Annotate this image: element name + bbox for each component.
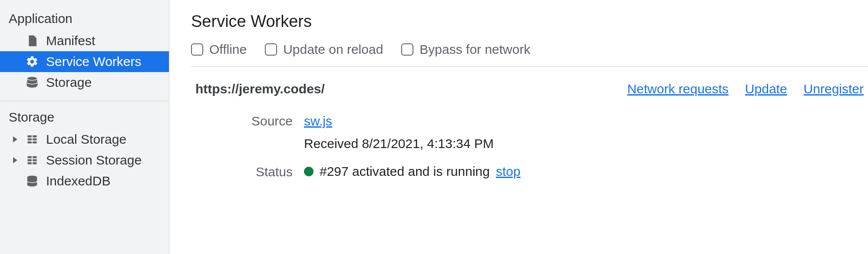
status-text: #297 activated and is running: [320, 164, 490, 179]
checkbox-box-icon: [191, 43, 203, 56]
sidebar-item-label: IndexedDB: [46, 174, 110, 188]
gear-icon: [25, 55, 39, 69]
origin-header: https://jeremy.codes/ Network requests U…: [191, 67, 868, 96]
offline-checkbox[interactable]: Offline: [191, 42, 247, 57]
sidebar-item-manifest[interactable]: Manifest: [0, 30, 169, 51]
checkbox-box-icon: [401, 43, 413, 56]
page-title: Service Workers: [191, 12, 868, 31]
options-row: Offline Update on reload Bypass for netw…: [191, 42, 868, 67]
received-text: Received 8/21/2021, 4:13:34 PM: [304, 136, 868, 151]
source-label: Source: [191, 114, 304, 129]
checkbox-label: Update on reload: [283, 42, 383, 57]
status-dot-icon: [304, 167, 314, 176]
checkbox-label: Offline: [209, 42, 247, 57]
sidebar-item-label: Service Workers: [46, 54, 142, 69]
sidebar-item-local-storage[interactable]: Local Storage: [0, 129, 169, 150]
svg-rect-3: [28, 135, 32, 138]
svg-rect-9: [28, 156, 32, 158]
sidebar-item-label: Storage: [46, 75, 92, 90]
update-on-reload-checkbox[interactable]: Update on reload: [265, 42, 383, 57]
svg-rect-6: [33, 139, 36, 141]
svg-rect-8: [33, 142, 36, 144]
sidebar-divider: [0, 101, 169, 101]
svg-rect-4: [33, 135, 36, 138]
database-icon: [25, 76, 39, 89]
origin-url: https://jeremy.codes/: [195, 82, 627, 96]
sidebar-item-storage[interactable]: Storage: [0, 72, 169, 93]
status-row: Status #297 activated and is running sto…: [191, 164, 868, 179]
stop-link[interactable]: stop: [496, 164, 521, 179]
origin-actions: Network requests Update Unregister: [627, 82, 864, 96]
document-icon: [25, 34, 39, 48]
svg-rect-13: [28, 162, 32, 165]
checkbox-label: Bypass for network: [419, 42, 530, 57]
sidebar-section-application: Application: [0, 8, 169, 30]
sidebar-item-label: Local Storage: [46, 132, 126, 147]
status-label: Status: [191, 165, 304, 179]
svg-rect-14: [33, 162, 36, 165]
svg-rect-10: [33, 156, 36, 158]
svg-rect-12: [33, 159, 36, 162]
sidebar-item-indexeddb[interactable]: IndexedDB: [0, 171, 169, 191]
sidebar-item-label: Session Storage: [46, 153, 142, 168]
svg-rect-11: [28, 159, 32, 162]
sidebar-item-service-workers[interactable]: Service Workers: [0, 51, 169, 72]
svg-rect-5: [28, 139, 32, 141]
detail-grid: Source sw.js Received 8/21/2021, 4:13:34…: [191, 114, 868, 179]
main-panel: Service Workers Offline Update on reload…: [169, 0, 868, 254]
grid-icon: [25, 153, 39, 167]
svg-rect-7: [28, 142, 32, 144]
checkbox-box-icon: [265, 43, 277, 56]
database-icon: [25, 174, 39, 188]
network-requests-link[interactable]: Network requests: [627, 82, 728, 96]
source-row: Source sw.js: [191, 114, 868, 129]
unregister-link[interactable]: Unregister: [804, 82, 864, 96]
source-file-link[interactable]: sw.js: [304, 114, 332, 129]
sidebar-item-label: Manifest: [46, 33, 95, 48]
bypass-for-network-checkbox[interactable]: Bypass for network: [401, 42, 530, 57]
update-link[interactable]: Update: [745, 82, 787, 96]
grid-icon: [25, 132, 39, 146]
sidebar-section-storage: Storage: [0, 106, 169, 129]
sidebar: Application Manifest Service Workers Sto…: [0, 0, 169, 254]
sidebar-item-session-storage[interactable]: Session Storage: [0, 150, 169, 171]
